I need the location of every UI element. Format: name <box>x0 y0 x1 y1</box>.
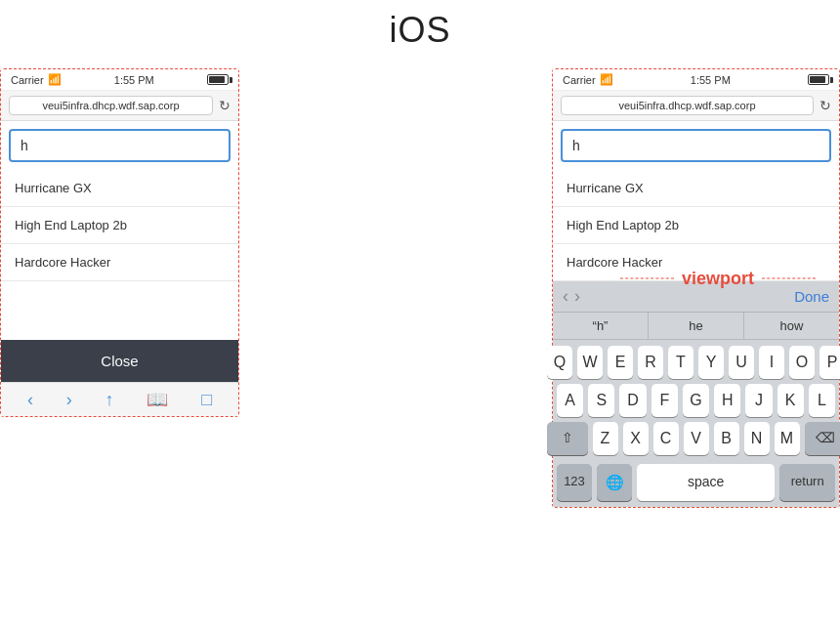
kb-nav: ‹ › <box>563 286 580 307</box>
kb-suggestion-1[interactable]: he <box>649 313 744 339</box>
key-K[interactable]: K <box>777 384 804 417</box>
list-item-right-2[interactable]: Hardcore Hacker <box>553 244 839 281</box>
search-input-right[interactable] <box>561 129 831 162</box>
status-right-left <box>207 74 229 85</box>
page-title: iOS <box>389 10 450 51</box>
wifi-icon-right: 📶 <box>600 73 613 86</box>
key-N[interactable]: N <box>744 422 770 455</box>
battery-icon-left <box>207 74 229 85</box>
carrier-left: Carrier <box>11 74 44 86</box>
keyboard-rows: Q W E R T Y U I O P A S D F G <box>553 340 839 464</box>
key-delete[interactable]: ⌫ <box>805 422 841 455</box>
kb-suggestion-2[interactable]: how <box>744 313 839 339</box>
kb-bottom-row: 123 🌐 space return <box>553 464 839 507</box>
status-left-right: Carrier 📶 <box>563 73 613 86</box>
ios-nav-left: ‹ › ↑ 📖 □ <box>1 382 238 416</box>
key-M[interactable]: M <box>775 422 800 455</box>
status-bar-left: Carrier 📶 1:55 PM <box>1 69 238 91</box>
key-R[interactable]: R <box>638 346 663 379</box>
key-return[interactable]: return <box>779 464 835 501</box>
url-display-right[interactable]: veui5infra.dhcp.wdf.sap.corp <box>561 96 814 115</box>
battery-icon-right <box>808 74 829 85</box>
keyboard-container: ‹ › Done “h” he how Q W E R T <box>553 281 839 507</box>
time-right: 1:55 PM <box>691 74 731 86</box>
key-V[interactable]: V <box>684 422 709 455</box>
key-C[interactable]: C <box>653 422 679 455</box>
key-P[interactable]: P <box>819 346 840 379</box>
key-globe[interactable]: 🌐 <box>597 464 632 501</box>
key-shift[interactable]: ⇧ <box>547 422 588 455</box>
url-bar-left: veui5infra.dhcp.wdf.sap.corp ↻ <box>1 91 238 121</box>
key-D[interactable]: D <box>619 384 646 417</box>
key-123[interactable]: 123 <box>557 464 592 501</box>
key-space[interactable]: space <box>637 464 775 501</box>
key-U[interactable]: U <box>729 346 754 379</box>
phone-right: Carrier 📶 1:55 PM veui5infra.dhcp.wdf.sa… <box>552 68 840 508</box>
key-J[interactable]: J <box>745 384 772 417</box>
empty-space-left <box>1 281 238 340</box>
phone-content-left: Hurricane GX High End Laptop 2b Hardcore… <box>1 121 238 382</box>
key-S[interactable]: S <box>588 384 614 417</box>
key-Y[interactable]: Y <box>698 346 724 379</box>
reload-btn-left[interactable]: ↻ <box>219 98 231 113</box>
phones-row: Carrier 📶 1:55 PM veui5infra.dhcp.wdf.sa… <box>0 68 840 508</box>
list-item-right-1[interactable]: High End Laptop 2b <box>553 207 839 244</box>
nav-forward-left[interactable]: › <box>66 390 72 410</box>
carrier-right: Carrier <box>563 74 596 86</box>
status-left-left: Carrier 📶 <box>11 73 62 86</box>
kb-row-3: ⇧ Z X C V B N M ⌫ <box>557 422 835 455</box>
time-left: 1:55 PM <box>114 74 154 86</box>
keyboard-toolbar: ‹ › Done <box>553 281 839 313</box>
key-G[interactable]: G <box>683 384 709 417</box>
nav-bookmarks-left[interactable]: 📖 <box>147 389 168 410</box>
status-bar-right: Carrier 📶 1:55 PM <box>553 69 839 91</box>
kb-suggestion-0[interactable]: “h” <box>553 313 649 339</box>
nav-back-left[interactable]: ‹ <box>27 390 33 410</box>
url-bar-right: veui5infra.dhcp.wdf.sap.corp ↻ <box>553 91 839 121</box>
key-A[interactable]: A <box>557 384 583 417</box>
nav-share-left[interactable]: ↑ <box>105 390 114 410</box>
kb-row-1: Q W E R T Y U I O P <box>557 346 835 379</box>
key-E[interactable]: E <box>608 346 633 379</box>
close-button-left[interactable]: Close <box>1 340 238 382</box>
key-H[interactable]: H <box>714 384 740 417</box>
list-item-left-2[interactable]: Hardcore Hacker <box>1 244 238 281</box>
wifi-icon-left: 📶 <box>48 73 62 86</box>
list-item-right-0[interactable]: Hurricane GX <box>553 170 839 207</box>
key-X[interactable]: X <box>623 422 649 455</box>
phone-left: Carrier 📶 1:55 PM veui5infra.dhcp.wdf.sa… <box>0 68 239 417</box>
url-display-left[interactable]: veui5infra.dhcp.wdf.sap.corp <box>9 96 213 115</box>
status-right-right <box>808 74 829 85</box>
key-T[interactable]: T <box>668 346 693 379</box>
nav-tabs-left[interactable]: □ <box>201 390 212 410</box>
kb-row-2: A S D F G H J K L <box>557 384 835 417</box>
list-item-left-1[interactable]: High End Laptop 2b <box>1 207 238 244</box>
list-item-left-0[interactable]: Hurricane GX <box>1 170 238 207</box>
reload-btn-right[interactable]: ↻ <box>819 98 831 113</box>
search-input-left[interactable] <box>9 129 231 162</box>
key-L[interactable]: L <box>809 384 835 417</box>
kb-done-btn[interactable]: Done <box>794 288 829 305</box>
key-O[interactable]: O <box>789 346 815 379</box>
key-W[interactable]: W <box>577 346 603 379</box>
kb-forward-btn[interactable]: › <box>574 286 580 307</box>
key-Z[interactable]: Z <box>593 422 618 455</box>
kb-suggestions: “h” he how <box>553 313 839 340</box>
key-I[interactable]: I <box>759 346 784 379</box>
key-B[interactable]: B <box>714 422 739 455</box>
phone-content-right: Hurricane GX High End Laptop 2b Hardcore… <box>553 121 839 281</box>
kb-back-btn[interactable]: ‹ <box>563 286 568 307</box>
key-F[interactable]: F <box>651 384 678 417</box>
key-Q[interactable]: Q <box>547 346 572 379</box>
